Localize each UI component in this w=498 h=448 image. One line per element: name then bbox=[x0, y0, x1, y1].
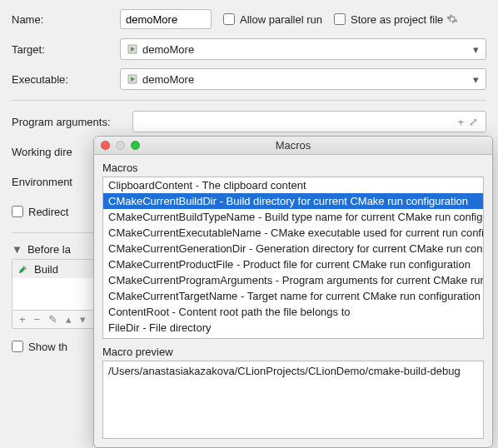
up-icon[interactable]: ▴ bbox=[62, 313, 75, 326]
macro-item[interactable]: CMakeCurrentProductFile - Product file f… bbox=[103, 256, 483, 272]
macro-item[interactable]: CMakeCurrentExecutableName - CMake execu… bbox=[103, 225, 483, 241]
executable-label: Executable: bbox=[12, 73, 120, 86]
redirect-label: Redirect bbox=[28, 206, 68, 218]
show-label: Show th bbox=[28, 341, 67, 353]
remove-icon[interactable]: − bbox=[31, 313, 44, 326]
program-args-label: Program arguments: bbox=[12, 116, 132, 128]
redirect-box[interactable] bbox=[12, 206, 23, 217]
run-icon bbox=[127, 74, 137, 84]
run-icon bbox=[127, 44, 137, 54]
macro-item[interactable]: CMakeCurrentProgramArguments - Program a… bbox=[103, 272, 483, 288]
macros-list-label: Macros bbox=[102, 162, 484, 174]
chevron-down-icon: ▾ bbox=[473, 43, 479, 56]
store-project-checkbox[interactable]: Store as project file bbox=[334, 13, 443, 26]
show-checkbox[interactable]: Show th bbox=[12, 341, 67, 353]
add-icon[interactable]: + bbox=[16, 313, 29, 326]
allow-parallel-checkbox[interactable]: Allow parallel run bbox=[223, 13, 322, 26]
macro-item[interactable]: CMakeCurrentGenerationDir - Generation d… bbox=[103, 241, 483, 256]
close-icon[interactable] bbox=[101, 141, 110, 150]
name-label: Name: bbox=[12, 13, 120, 26]
macro-preview-label: Macro preview bbox=[102, 346, 484, 358]
macro-item[interactable]: FileDir - File directory bbox=[103, 320, 483, 336]
down-icon[interactable]: ▾ bbox=[77, 313, 89, 326]
window-title: Macros bbox=[94, 139, 492, 152]
edit-icon[interactable]: ✎ bbox=[45, 313, 61, 326]
store-project-label: Store as project file bbox=[351, 13, 443, 26]
macro-preview: /Users/anastasiakazakova/CLionProjects/C… bbox=[102, 361, 484, 439]
macro-item[interactable]: CMakeCurrentBuildTypeName - Build type n… bbox=[103, 209, 483, 225]
macro-item[interactable]: CMakeCurrentTargetName - Target name for… bbox=[103, 288, 483, 304]
store-project-box[interactable] bbox=[334, 13, 346, 25]
minimize-icon bbox=[116, 141, 125, 150]
name-input[interactable] bbox=[120, 9, 212, 29]
expand-icon[interactable]: ⤢ bbox=[466, 116, 481, 128]
gear-icon[interactable] bbox=[446, 13, 458, 25]
allow-parallel-label: Allow parallel run bbox=[240, 13, 322, 26]
executable-dropdown[interactable]: demoMore ▾ bbox=[120, 68, 486, 90]
plus-icon[interactable]: + bbox=[455, 116, 466, 128]
build-item-label: Build bbox=[34, 263, 58, 276]
zoom-icon[interactable] bbox=[131, 141, 140, 150]
hammer-icon bbox=[17, 263, 29, 275]
before-launch-label: Before la bbox=[27, 243, 71, 256]
target-dropdown[interactable]: demoMore ▾ bbox=[120, 38, 486, 60]
macros-window: Macros Macros ClipboardContent - The cli… bbox=[93, 136, 493, 448]
program-args-input[interactable] bbox=[133, 112, 455, 131]
allow-parallel-box[interactable] bbox=[223, 13, 235, 25]
macro-item[interactable]: ContentRoot - Content root path the file… bbox=[103, 304, 483, 320]
titlebar[interactable]: Macros bbox=[94, 137, 492, 155]
show-box[interactable] bbox=[12, 341, 23, 352]
target-value: demoMore bbox=[142, 43, 194, 56]
macro-item[interactable]: ClipboardContent - The clipboard content bbox=[103, 177, 483, 193]
divider bbox=[12, 100, 486, 101]
chevron-down-icon: ▾ bbox=[473, 73, 479, 86]
executable-value: demoMore bbox=[142, 73, 194, 86]
macros-list[interactable]: ClipboardContent - The clipboard content… bbox=[102, 177, 484, 339]
macro-item[interactable]: FileDirName - File directory name bbox=[103, 336, 483, 339]
target-label: Target: bbox=[12, 43, 120, 56]
macro-item[interactable]: CMakeCurrentBuildDir - Build directory f… bbox=[103, 193, 483, 209]
disclosure-icon[interactable]: ▼ bbox=[12, 243, 22, 256]
redirect-checkbox[interactable]: Redirect bbox=[12, 206, 68, 218]
